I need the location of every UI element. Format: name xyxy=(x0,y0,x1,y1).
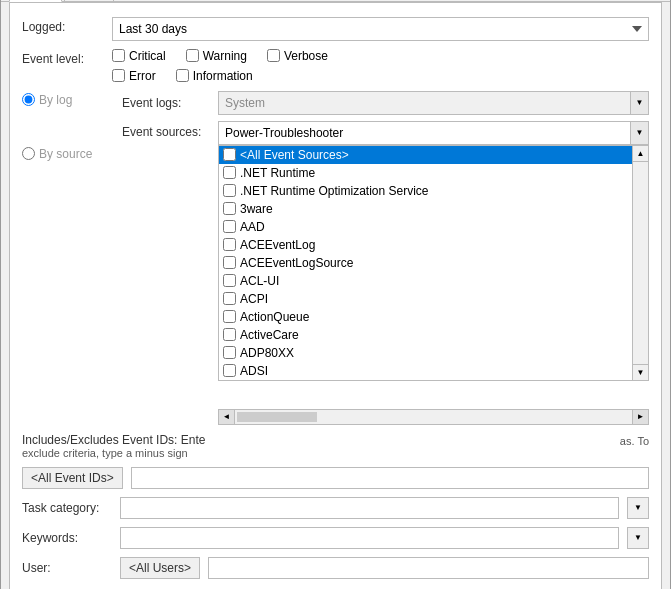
task-category-input[interactable] xyxy=(120,497,619,519)
includes-hint: Ente xyxy=(181,433,206,447)
logged-select[interactable]: Last 30 days xyxy=(112,17,649,41)
dropdown-item-label-4: AAD xyxy=(240,220,265,234)
checkbox-error[interactable]: Error xyxy=(112,69,156,83)
includes-label: Includes/Excludes Event IDs: Ente xyxy=(22,433,616,447)
radio-bysource-input[interactable] xyxy=(22,147,35,160)
dropdown-item-7[interactable]: ACL-UI xyxy=(219,272,648,290)
scroll-up-button[interactable]: ▲ xyxy=(633,146,649,162)
event-logs-row: Event logs: System ▼ xyxy=(122,91,649,115)
hscroll-left-button[interactable]: ◄ xyxy=(219,410,235,424)
dropdown-item-5[interactable]: ACEEventLog xyxy=(219,236,648,254)
scroll-up-icon: ▲ xyxy=(637,149,645,158)
dropdown-cb-8[interactable] xyxy=(223,292,236,305)
keywords-row: Keywords: ▼ xyxy=(22,527,649,549)
dropdown-cb-10[interactable] xyxy=(223,328,236,341)
dropdown-item-0[interactable]: <All Event Sources> xyxy=(219,146,648,164)
dropdown-cb-9[interactable] xyxy=(223,310,236,323)
dropdown-item-1[interactable]: .NET Runtime xyxy=(219,164,648,182)
checkbox-warning[interactable]: Warning xyxy=(186,49,247,63)
event-sources-container: Power-Troubleshooter ▼ ▲ ▼ xyxy=(218,121,649,425)
tab-filter[interactable]: Filter xyxy=(9,0,62,2)
chevron-task-icon: ▼ xyxy=(634,503,642,512)
chevron-down-icon: ▼ xyxy=(636,98,644,107)
user-input[interactable] xyxy=(208,557,649,579)
event-logs-select[interactable]: System ▼ xyxy=(218,91,649,115)
cb-verbose-label: Verbose xyxy=(284,49,328,63)
dropdown-item-label-7: ACL-UI xyxy=(240,274,279,288)
keywords-dropdown-button[interactable]: ▼ xyxy=(627,527,649,549)
radio-by-source[interactable]: By source xyxy=(22,147,122,161)
dropdown-cb-2[interactable] xyxy=(223,184,236,197)
dropdown-item-label-11: ADP80XX xyxy=(240,346,294,360)
checkbox-information[interactable]: Information xyxy=(176,69,253,83)
scroll-down-icon: ▼ xyxy=(637,368,645,377)
event-level-field: Critical Warning Verbose Error xyxy=(112,49,649,83)
dropdown-cb-0[interactable] xyxy=(223,148,236,161)
dropdown-item-6[interactable]: ACEEventLogSource xyxy=(219,254,648,272)
dropdown-item-10[interactable]: ActiveCare xyxy=(219,326,648,344)
event-sources-dropdown: ▲ ▼ <All Event Sources> xyxy=(218,145,649,381)
dropdown-item-4[interactable]: AAD xyxy=(219,218,648,236)
dropdown-cb-1[interactable] xyxy=(223,166,236,179)
task-category-dropdown-button[interactable]: ▼ xyxy=(627,497,649,519)
dropdown-cb-12[interactable] xyxy=(223,364,236,377)
dropdown-item-9[interactable]: ActionQueue xyxy=(219,308,648,326)
event-sources-label: Event sources: xyxy=(122,121,212,139)
chevron-right-icon: ► xyxy=(637,412,645,421)
filter-dialog: Filter Current Log × Filter XML Logged: … xyxy=(0,0,671,589)
dropdown-cb-3[interactable] xyxy=(223,202,236,215)
cb-verbose[interactable] xyxy=(267,49,280,62)
event-logs-select-container: System ▼ xyxy=(218,91,649,115)
all-event-ids-button[interactable]: <All Event IDs> xyxy=(22,467,123,489)
dropdown-cb-7[interactable] xyxy=(223,274,236,287)
user-label: User: xyxy=(22,561,112,575)
radio-column: By log By source xyxy=(22,91,122,425)
event-sources-input[interactable]: Power-Troubleshooter ▼ xyxy=(218,121,649,145)
event-logs-label: Event logs: xyxy=(122,96,212,110)
dropdown-cb-11[interactable] xyxy=(223,346,236,359)
checkbox-verbose[interactable]: Verbose xyxy=(267,49,328,63)
keywords-input[interactable] xyxy=(120,527,619,549)
dropdown-item-12[interactable]: ADSI xyxy=(219,362,648,380)
event-level-row: Event level: Critical Warning Verbose xyxy=(22,49,649,83)
task-category-row: Task category: ▼ xyxy=(22,497,649,519)
radio-bysource-label: By source xyxy=(39,147,92,161)
includes-row: Includes/Excludes Event IDs: Ente exclud… xyxy=(22,433,649,459)
task-category-label: Task category: xyxy=(22,501,112,515)
dropdown-cb-4[interactable] xyxy=(223,220,236,233)
event-level-label: Event level: xyxy=(22,49,112,66)
dropdown-cb-5[interactable] xyxy=(223,238,236,251)
scroll-down-button[interactable]: ▼ xyxy=(633,364,649,380)
tab-xml[interactable]: XML xyxy=(64,0,115,1)
cb-information[interactable] xyxy=(176,69,189,82)
cb-error[interactable] xyxy=(112,69,125,82)
event-sources-arrow[interactable]: ▼ xyxy=(630,122,648,144)
all-users-button[interactable]: <All Users> xyxy=(120,557,200,579)
includes-desc: exclude criteria, type a minus sign xyxy=(22,447,616,459)
dropdown-item-label-2: .NET Runtime Optimization Service xyxy=(240,184,429,198)
dropdown-item-label-10: ActiveCare xyxy=(240,328,299,342)
dropdown-item-8[interactable]: ACPI xyxy=(219,290,648,308)
cb-critical-label: Critical xyxy=(129,49,166,63)
dropdown-cb-6[interactable] xyxy=(223,256,236,269)
radio-by-log[interactable]: By log xyxy=(22,93,122,107)
event-logs-arrow[interactable]: ▼ xyxy=(630,92,648,114)
includes-label-text: Includes/Excludes Event IDs: xyxy=(22,433,177,447)
log-source-section: By log By source Event logs: System xyxy=(22,91,649,425)
log-source-fields: Event logs: System ▼ Event sources: xyxy=(122,91,649,425)
dropdown-item-11[interactable]: ADP80XX xyxy=(219,344,648,362)
event-ids-row: <All Event IDs> xyxy=(22,467,649,489)
checkbox-critical[interactable]: Critical xyxy=(112,49,166,63)
event-ids-input[interactable] xyxy=(131,467,649,489)
dropdown-item-label-5: ACEEventLog xyxy=(240,238,315,252)
cb-warning[interactable] xyxy=(186,49,199,62)
cb-critical[interactable] xyxy=(112,49,125,62)
hscroll-right-button[interactable]: ► xyxy=(632,410,648,424)
dropdown-item-label-0: <All Event Sources> xyxy=(240,148,349,162)
dropdown-item-label-8: ACPI xyxy=(240,292,268,306)
dropdown-item-label-3: 3ware xyxy=(240,202,273,216)
dropdown-item-2[interactable]: .NET Runtime Optimization Service xyxy=(219,182,648,200)
keywords-label: Keywords: xyxy=(22,531,112,545)
radio-bylog-input[interactable] xyxy=(22,93,35,106)
dropdown-item-3[interactable]: 3ware xyxy=(219,200,648,218)
